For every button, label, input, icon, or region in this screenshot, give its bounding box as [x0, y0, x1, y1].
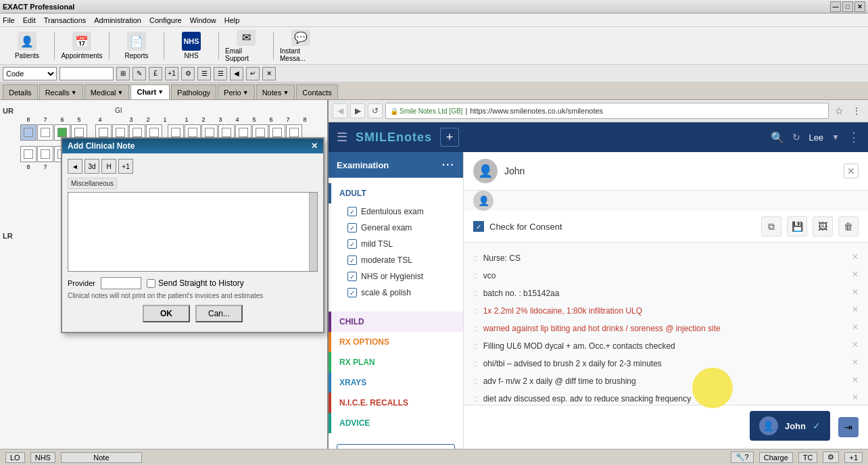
smile-search-icon[interactable]: 🔍: [771, 131, 784, 144]
note-close-4[interactable]: ✕: [852, 322, 859, 335]
address-bar[interactable]: 🔒 Smile Notes Ltd [GB] | https://www.smi…: [385, 103, 829, 119]
code-btn-10[interactable]: ✕: [262, 67, 276, 80]
code-btn-9[interactable]: ↵: [246, 67, 260, 80]
forward-btn[interactable]: ▶: [350, 103, 365, 118]
star-btn[interactable]: ☆: [831, 103, 846, 118]
exam-item-mild-tsl[interactable]: ✓ mild TSL: [329, 236, 463, 252]
exam-dots-icon[interactable]: ···: [442, 159, 455, 171]
tooth-box-upper-8[interactable]: [20, 124, 37, 141]
note-close-6[interactable]: ✕: [852, 358, 859, 370]
smile-refresh-icon[interactable]: ↻: [792, 132, 800, 143]
exam-item-nhs-hygienist[interactable]: ✓ NHS or Hygienist: [329, 268, 463, 285]
menu-window[interactable]: Window: [190, 16, 216, 24]
code-btn-3[interactable]: £: [149, 67, 162, 80]
toolbar-patients[interactable]: 👤 Patients: [5, 29, 49, 63]
menu-file[interactable]: File: [3, 16, 15, 24]
tab-details[interactable]: Details: [3, 84, 38, 99]
category-rx-plan[interactable]: RX PLAN: [329, 352, 463, 372]
tab-notes[interactable]: Notes ▼: [256, 84, 295, 99]
dialog-back-btn[interactable]: ◄: [68, 159, 82, 174]
clinical-note-textarea[interactable]: [68, 193, 317, 271]
back-btn[interactable]: ◀: [333, 103, 347, 118]
patient-close-button[interactable]: ✕: [844, 164, 859, 178]
refresh-btn[interactable]: ↺: [368, 103, 383, 118]
toolbar-nhs[interactable]: NHS NHS: [170, 29, 213, 63]
note-close-8[interactable]: ✕: [852, 393, 859, 405]
toolbar-email[interactable]: ✉ Email Support: [224, 29, 268, 63]
tab-contacts[interactable]: Contacts: [296, 84, 337, 99]
dialog-ok-button[interactable]: OK: [143, 305, 190, 322]
exam-item-edentulous[interactable]: ✓ Edentulous exam: [329, 203, 463, 220]
tooth-box-lower-7[interactable]: [37, 146, 53, 162]
patient-name-input[interactable]: [504, 166, 837, 176]
toolbar-reports[interactable]: 📄 Reports: [115, 29, 158, 63]
dialog-h-btn[interactable]: H: [101, 159, 116, 174]
exam-item-scale-polish[interactable]: ✓ scale & polish: [329, 285, 463, 301]
chevron-down-icon[interactable]: ▼: [831, 132, 840, 142]
dialog-cancel-button[interactable]: Can...: [195, 305, 243, 322]
close-btn[interactable]: ✕: [854, 1, 865, 12]
category-advice[interactable]: ADVICE: [329, 413, 463, 433]
menu-transactions[interactable]: Transactions: [44, 16, 87, 24]
tab-perio[interactable]: Perio ▼: [218, 84, 255, 99]
textarea-scrollbar[interactable]: [309, 193, 317, 271]
note-close-3[interactable]: ✕: [852, 305, 859, 317]
category-adult[interactable]: ADULT: [329, 183, 463, 203]
dialog-plus1-btn[interactable]: +1: [118, 159, 133, 174]
send-history-checkbox[interactable]: [147, 279, 155, 288]
tooth-box-upper-7[interactable]: [37, 124, 53, 141]
category-rx-options[interactable]: RX OPTIONS: [329, 332, 463, 352]
provider-input[interactable]: [101, 277, 141, 289]
delete-icon-btn[interactable]: 🗑: [838, 216, 859, 237]
exam-item-moderate-tsl[interactable]: ✓ moderate TSL: [329, 252, 463, 268]
tab-medical[interactable]: Medical ▼: [85, 84, 130, 99]
status-plus1[interactable]: +1: [844, 452, 863, 463]
note-close-7[interactable]: ✕: [852, 375, 859, 387]
note-close-1[interactable]: ✕: [852, 270, 859, 282]
john-patient-button[interactable]: 👤 John ✓: [750, 411, 830, 441]
john-arrow-button[interactable]: ⇥: [838, 417, 859, 437]
category-child[interactable]: CHILD: [329, 312, 463, 332]
code-input[interactable]: [59, 67, 114, 80]
consent-checkbox[interactable]: ✓: [473, 221, 484, 232]
menu-administration[interactable]: Administration: [94, 16, 141, 24]
category-xrays[interactable]: XRAYS: [329, 372, 463, 393]
menu-configure[interactable]: Configure: [149, 16, 182, 24]
tab-pathology[interactable]: Pathology: [171, 84, 216, 99]
tab-recalls[interactable]: Recalls ▼: [39, 84, 83, 99]
dialog-3d-btn[interactable]: 3d: [85, 159, 99, 174]
tab-chart[interactable]: Chart ▼: [130, 84, 170, 99]
hamburger-icon[interactable]: ☰: [337, 130, 347, 145]
note-button[interactable]: Note: [61, 452, 142, 463]
code-btn-8[interactable]: ◀: [230, 67, 243, 80]
status-settings-icon[interactable]: ⚙: [823, 451, 839, 463]
exam-item-general[interactable]: ✓ General exam: [329, 220, 463, 236]
image-icon-btn[interactable]: 🖼: [813, 216, 833, 237]
smile-user-label[interactable]: Lee: [809, 132, 823, 143]
code-btn-6[interactable]: ☰: [197, 67, 211, 80]
dialog-close-icon[interactable]: ✕: [311, 141, 318, 151]
code-btn-1[interactable]: ⊞: [116, 67, 130, 80]
code-btn-2[interactable]: ✎: [132, 67, 146, 80]
toolbar-appointments[interactable]: 📅 Appointments: [60, 29, 103, 63]
note-close-2[interactable]: ✕: [852, 287, 859, 299]
toolbar-instant-message[interactable]: 💬 Instant Messa...: [279, 29, 322, 63]
maximize-btn[interactable]: □: [842, 1, 853, 12]
code-btn-5[interactable]: ⚙: [181, 67, 195, 80]
smile-add-button[interactable]: +: [440, 128, 459, 147]
code-btn-7[interactable]: ☰: [214, 67, 227, 80]
browser-menu-btn[interactable]: ⋮: [849, 103, 864, 118]
smile-menu-icon[interactable]: ⋮: [848, 130, 860, 145]
free-note-button[interactable]: Free Note: [337, 444, 455, 449]
code-select[interactable]: Code: [3, 67, 57, 80]
save-icon-btn[interactable]: 💾: [787, 216, 807, 237]
note-close-0[interactable]: ✕: [852, 252, 859, 264]
category-nice[interactable]: N.I.C.E. RECALLS: [329, 393, 463, 413]
code-btn-4[interactable]: +1: [165, 67, 178, 80]
note-close-5[interactable]: ✕: [852, 340, 859, 352]
minimize-btn[interactable]: —: [830, 1, 841, 12]
menu-help[interactable]: Help: [224, 16, 240, 24]
menu-edit[interactable]: Edit: [23, 16, 36, 24]
copy-icon-btn[interactable]: ⧉: [761, 216, 781, 237]
tooth-box-lower-8[interactable]: [20, 146, 37, 162]
